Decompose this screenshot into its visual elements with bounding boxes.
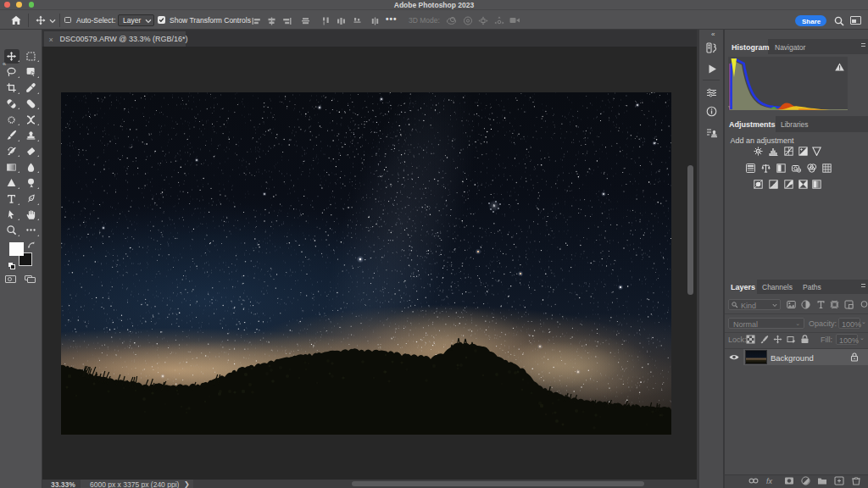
svg-text:fx: fx (766, 477, 773, 485)
